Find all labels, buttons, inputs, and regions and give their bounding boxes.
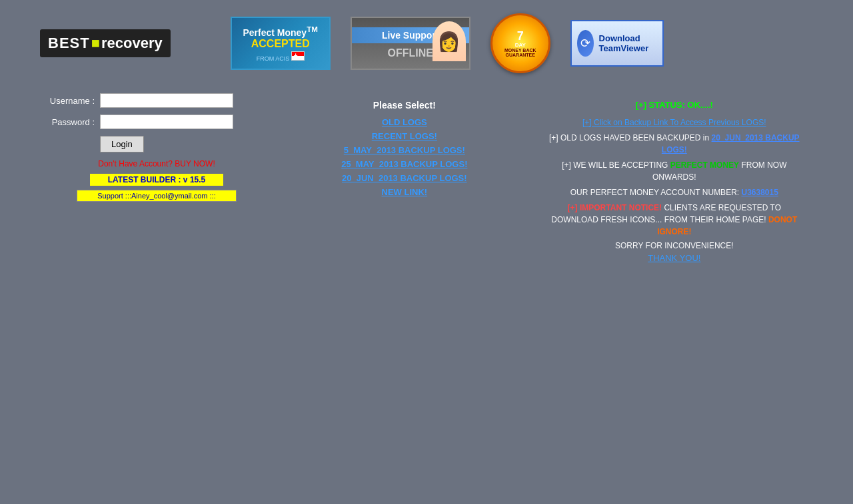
seven-day-badge: 7 DAY MONEY BACK GUARANTEE bbox=[490, 13, 550, 73]
buy-now-link[interactable]: Don't Have Account? BUY NOW! bbox=[40, 159, 273, 168]
password-input[interactable] bbox=[100, 115, 233, 129]
perfect-money-word: PERFECT MONEY bbox=[670, 160, 739, 170]
teamviewer-badge[interactable]: ⟳ Download TeamViewer bbox=[570, 20, 664, 67]
content-area: Username : Password : Login Don't Have A… bbox=[0, 87, 853, 276]
username-label: Username : bbox=[40, 96, 100, 106]
perfect-money-badge[interactable]: Perfect MoneyTM ACCEPTED FROM ACIS bbox=[231, 17, 331, 70]
recent-logs-link[interactable]: RECENT LOGS! bbox=[300, 131, 509, 141]
seven-day-label: DAY bbox=[515, 42, 526, 48]
logo-best: BEST bbox=[48, 35, 90, 52]
middle-panel: Please Select! OLD LOGS RECENT LOGS! 5_M… bbox=[273, 87, 536, 276]
backup-25may-link[interactable]: 25_MAY_2013 BACKUP LOGS! bbox=[300, 159, 509, 169]
support-email-badge: Support :::Ainey_cool@ymail.com ::: bbox=[77, 190, 237, 202]
thank-you-notice: THANK YOU! bbox=[549, 253, 800, 263]
old-logs-link[interactable]: OLD LOGS bbox=[300, 117, 509, 127]
seven-day-money-back: MONEY BACK bbox=[504, 48, 536, 53]
status-ok: [+] STATUS: OK....! bbox=[549, 100, 800, 110]
logo-plus: ■ bbox=[91, 35, 100, 52]
logo-recovery: recovery bbox=[101, 35, 163, 52]
important-notice-label: IMPORTANT NOTICE! bbox=[580, 203, 662, 212]
sorry-notice: SORRY FOR INCONVENIENCE! bbox=[549, 241, 800, 250]
pm-sub: FROM ACIS bbox=[257, 50, 305, 62]
login-button[interactable]: Login bbox=[100, 136, 144, 152]
please-select-label: Please Select! bbox=[300, 100, 509, 111]
support-avatar-icon: 👩 bbox=[432, 21, 466, 61]
important-notice: [+] IMPORTANT NOTICE! CLIENTS ARE REQUES… bbox=[549, 202, 800, 238]
backup-5may-link[interactable]: 5_MAY_2013 BACKUP LOGS! bbox=[300, 145, 509, 155]
perfect-money-notice: [+] WE WILL BE ACCEPTING PERFECT MONEY F… bbox=[549, 159, 800, 183]
top-banner: BEST ■ recovery Perfect MoneyTM ACCEPTED… bbox=[0, 0, 853, 87]
account-number-notice: OUR PERFECT MONEY ACCOUNT NUMBER: U36380… bbox=[549, 186, 800, 198]
pm-accepted: ACCEPTED bbox=[251, 38, 310, 50]
right-panel: [+] STATUS: OK....! [+] Click on Backup … bbox=[536, 87, 813, 276]
teamviewer-icon: ⟳ bbox=[577, 30, 594, 57]
teamviewer-label: Download TeamViewer bbox=[599, 33, 657, 53]
old-logs-backed-notice: [+] OLD LOGS HAVED BEEN BACKUPED in 20_J… bbox=[549, 132, 800, 156]
account-number: U3638015 bbox=[741, 188, 778, 197]
swiss-flag-icon bbox=[291, 51, 305, 61]
thank-you-link[interactable]: THANK YOU! bbox=[648, 253, 700, 263]
important-prefix: [+] bbox=[568, 203, 578, 212]
logo-area: BEST ■ recovery bbox=[40, 29, 171, 57]
username-input[interactable] bbox=[100, 93, 233, 108]
live-support-status: OFFLINE bbox=[388, 47, 433, 59]
backup-notice-link[interactable]: [+] Click on Backup Link To Access Previ… bbox=[582, 118, 766, 127]
password-row: Password : bbox=[40, 115, 273, 129]
password-label: Password : bbox=[40, 117, 100, 127]
latest-builder-badge: LATEST BUILDER : v 15.5 bbox=[90, 174, 223, 186]
main-container: BEST ■ recovery Perfect MoneyTM ACCEPTED… bbox=[0, 0, 853, 276]
new-link[interactable]: NEW LINK! bbox=[300, 187, 509, 197]
username-row: Username : bbox=[40, 93, 273, 108]
logo-box: BEST ■ recovery bbox=[40, 29, 171, 57]
left-panel: Username : Password : Login Don't Have A… bbox=[40, 87, 273, 276]
seven-day-guarantee: GUARANTEE bbox=[506, 53, 535, 57]
live-support-badge[interactable]: Live Support 👩 OFFLINE bbox=[351, 17, 470, 70]
seven-day-number: 7 bbox=[517, 30, 524, 42]
pm-title: Perfect MoneyTM bbox=[243, 25, 318, 38]
backup-notice: [+] Click on Backup Link To Access Previ… bbox=[549, 117, 800, 128]
backup-20jun-link[interactable]: 20_JUN_2013 BACKUP LOGS! bbox=[300, 173, 509, 183]
